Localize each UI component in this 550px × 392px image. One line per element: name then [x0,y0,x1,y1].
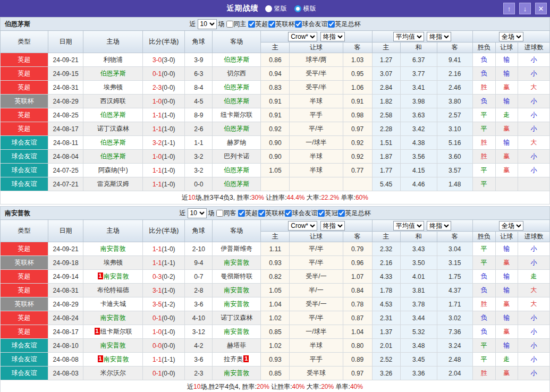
odds-handicap-cell: 半/一 [290,284,343,297]
league-filter[interactable]: 英足总杯 [328,20,361,29]
away-team-cell: 伯恩茅斯 [213,53,261,67]
games-label: 场 [208,209,215,218]
avg-group-header: 平均值 终指 [372,220,472,232]
team-label: 南安普敦 [104,272,129,280]
away-team-cell: 伯恩茅斯 [213,95,261,108]
match-count-select[interactable]: 10 [188,208,207,218]
odds-handicap-cell: 平手 [290,108,343,122]
odds-home-cell: 0.93 [261,256,290,270]
result-handicap-cell: 赢 [495,81,518,95]
result-wdl-cell: 平 [472,256,495,270]
league-checkbox[interactable] [268,21,275,28]
odds-handicap-cell: 一/球半 [290,136,343,150]
league-filter[interactable]: 英超 [248,20,268,29]
avg-draw-cell: 4.01 [400,270,437,284]
home-team-cell: 利物浦 [83,53,143,67]
summary-segment: 60% [356,194,368,201]
odds-away-cell: 0.78 [343,297,372,311]
result-handicap-cell: 赢 [495,150,518,164]
league-filter[interactable]: 球会友谊 [295,20,328,29]
same-venue-filter[interactable]: 同主 [226,20,247,29]
league-checkbox[interactable] [248,21,255,28]
near-label: 近 [190,20,196,29]
close-button[interactable]: ✕ [535,3,547,14]
league-filter[interactable]: 球会友谊 [285,209,318,218]
away-team-cell: 南安普敦 [213,256,261,270]
final-score: 3-1 [153,287,162,294]
league-checkbox[interactable] [295,21,302,28]
league-checkbox[interactable] [258,210,265,217]
league-cell: 英联杯 [1,297,48,311]
final-score: 1-1 [153,245,162,253]
odds-home-cell: 0.91 [261,108,290,122]
move-up-button[interactable]: ↑ [503,3,515,14]
odds-away-cell: 0.89 [343,353,372,367]
odds-away-cell: 1.03 [343,53,372,67]
result-wdl-cell: 负 [472,270,495,284]
league-checkbox[interactable] [328,21,335,28]
same-venue-filter[interactable]: 同客 [216,209,236,218]
team-name: 南安普敦 [1,209,30,218]
result-goals-cell [518,177,549,191]
league-checkbox[interactable] [238,210,245,217]
radio-horizontal-layout[interactable]: 横版 [294,4,316,13]
avg-home-cell: 1.51 [372,136,400,150]
league-filter[interactable]: 英足总杯 [338,209,371,218]
score-cell: 1-0(1-0) [143,325,185,339]
result-goals-cell: 小 [518,122,549,136]
league-cell: 英超 [1,122,48,136]
radio-unchecked-icon[interactable] [265,5,272,12]
scope-select[interactable]: 全场 [499,32,523,41]
avg-stage-select[interactable]: 终指 [427,32,451,41]
result-goals-cell: 小 [518,242,549,256]
score-cell: 3-2(1-1) [143,136,185,150]
half-score: (0-0) [162,98,175,105]
radio-vertical-layout[interactable]: 竖版 [265,4,287,13]
result-wdl-cell: 平 [472,177,495,191]
team-label: 赫塔菲 [227,342,246,349]
result-goals-cell: 小 [518,95,549,108]
home-team-cell: 布伦特福德 [83,284,143,297]
avg-away-cell: 1.48 [437,177,472,191]
league-checkbox[interactable] [318,210,325,217]
avg-draw-cell: 3.98 [400,95,437,108]
average-select[interactable]: 平均值 [393,32,424,41]
league-filter[interactable]: 英超 [238,209,258,218]
team-label: 埃弗顿 [104,83,123,91]
league-filter[interactable]: 英联杯 [258,209,285,218]
league-checkbox[interactable] [338,210,345,217]
near-label: 近 [180,209,186,218]
bookmaker-select[interactable]: Crow* [288,221,317,231]
corners-cell: 0-0 [185,177,213,191]
avg-stage-select[interactable]: 终指 [427,221,451,231]
league-checkbox[interactable] [285,210,292,217]
radio-checked-icon[interactable] [294,5,301,12]
half-score: (1-0) [162,167,175,174]
home-team-cell: 雷克斯汉姆 [83,177,143,191]
team-label: 利物浦 [104,56,123,63]
match-count-select[interactable]: 10 [198,19,217,29]
col-result-goals: 进球数 [518,42,549,53]
league-filter[interactable]: 英联杯 [268,20,295,29]
average-select[interactable]: 平均值 [393,221,424,231]
bookmaker-select[interactable]: Crow* [288,32,317,41]
odds-home-cell: 0.94 [261,67,290,81]
avg-draw-cell: 4.15 [400,164,437,177]
avg-home-cell: 2.16 [372,256,400,270]
same-venue-checkbox[interactable] [216,210,223,217]
same-venue-checkbox[interactable] [226,21,233,28]
home-team-cell: 伯恩茅斯 [83,108,143,122]
date-cell: 24-08-03 [48,367,83,380]
odds-stage-select[interactable]: 终指 [320,32,345,41]
col-avg-away: 客 [437,232,472,242]
result-handicap-cell: 赢 [495,367,518,380]
final-score: 3-2 [153,139,162,147]
move-down-button[interactable]: ↓ [519,3,531,14]
summary-segment: 单率: [339,194,356,201]
odds-handicap-cell: 球半/两 [290,53,343,67]
avg-home-cell: 2.31 [372,311,400,325]
scope-select[interactable]: 全场 [499,221,523,231]
odds-stage-select[interactable]: 终指 [320,221,345,231]
league-filter[interactable]: 英冠 [318,209,338,218]
score-cell: 1-1(1-0) [143,122,185,136]
